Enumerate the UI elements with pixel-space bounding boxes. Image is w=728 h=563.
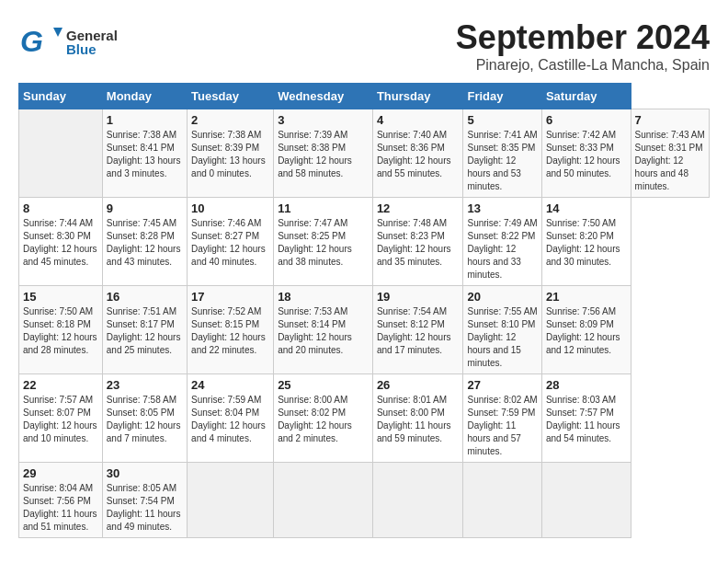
title-block: September 2024 Pinarejo, Castille-La Man… xyxy=(456,18,710,74)
calendar-cell: 9Sunrise: 7:45 AMSunset: 8:28 PMDaylight… xyxy=(102,198,187,286)
header-cell-friday: Friday xyxy=(463,84,541,109)
calendar-cell: 25Sunrise: 8:00 AMSunset: 8:02 PMDayligh… xyxy=(274,374,373,463)
calendar-cell: 21Sunrise: 7:56 AMSunset: 8:09 PMDayligh… xyxy=(541,286,631,374)
calendar-cell: 30Sunrise: 8:05 AMSunset: 7:54 PMDayligh… xyxy=(102,463,187,538)
day-number: 30 xyxy=(107,466,183,480)
calendar-table: SundayMondayTuesdayWednesdayThursdayFrid… xyxy=(18,83,710,538)
calendar-cell: 12Sunrise: 7:48 AMSunset: 8:23 PMDayligh… xyxy=(372,198,463,286)
day-number: 14 xyxy=(546,201,627,215)
header-cell-saturday: Saturday xyxy=(541,84,631,109)
day-info: Sunrise: 7:56 AMSunset: 8:09 PMDaylight:… xyxy=(546,305,627,357)
week-row-4: 22Sunrise: 7:57 AMSunset: 8:07 PMDayligh… xyxy=(19,374,710,463)
week-row-5: 29Sunrise: 8:04 AMSunset: 7:56 PMDayligh… xyxy=(19,463,710,538)
day-info: Sunrise: 7:38 AMSunset: 8:39 PMDaylight:… xyxy=(191,129,269,180)
day-number: 29 xyxy=(23,466,98,480)
day-number: 10 xyxy=(191,201,269,215)
header-cell-thursday: Thursday xyxy=(372,84,463,109)
day-info: Sunrise: 7:41 AMSunset: 8:35 PMDaylight:… xyxy=(467,129,537,193)
calendar-body: 1Sunrise: 7:38 AMSunset: 8:41 PMDaylight… xyxy=(19,109,710,538)
calendar-cell: 13Sunrise: 7:49 AMSunset: 8:22 PMDayligh… xyxy=(463,198,541,286)
day-number: 21 xyxy=(546,290,627,304)
calendar-header: SundayMondayTuesdayWednesdayThursdayFrid… xyxy=(19,84,710,109)
svg-marker-1 xyxy=(53,28,63,37)
day-info: Sunrise: 7:42 AMSunset: 8:33 PMDaylight:… xyxy=(546,129,627,180)
day-number: 23 xyxy=(107,378,183,392)
header-cell-sunday: Sunday xyxy=(19,84,103,109)
calendar-cell: 19Sunrise: 7:54 AMSunset: 8:12 PMDayligh… xyxy=(372,286,463,374)
calendar-cell: 20Sunrise: 7:55 AMSunset: 8:10 PMDayligh… xyxy=(463,286,541,374)
day-number: 12 xyxy=(377,201,460,215)
day-info: Sunrise: 7:58 AMSunset: 8:05 PMDaylight:… xyxy=(107,394,183,445)
calendar-cell: 7Sunrise: 7:43 AMSunset: 8:31 PMDaylight… xyxy=(631,109,709,198)
day-info: Sunrise: 7:55 AMSunset: 8:10 PMDaylight:… xyxy=(467,305,537,370)
day-number: 1 xyxy=(107,113,183,127)
day-info: Sunrise: 7:44 AMSunset: 8:30 PMDaylight:… xyxy=(23,217,98,269)
calendar-cell xyxy=(188,463,274,538)
day-info: Sunrise: 7:53 AMSunset: 8:14 PMDaylight:… xyxy=(278,305,369,357)
page-header: G General Blue September 2024 Pinarejo, … xyxy=(18,18,710,74)
header-row: SundayMondayTuesdayWednesdayThursdayFrid… xyxy=(19,84,710,109)
day-number: 18 xyxy=(278,290,369,304)
calendar-cell: 1Sunrise: 7:38 AMSunset: 8:41 PMDaylight… xyxy=(102,109,187,198)
day-info: Sunrise: 7:40 AMSunset: 8:36 PMDaylight:… xyxy=(377,129,460,180)
day-number: 3 xyxy=(278,113,369,127)
calendar-cell: 29Sunrise: 8:04 AMSunset: 7:56 PMDayligh… xyxy=(19,463,103,538)
day-number: 28 xyxy=(546,378,627,392)
week-row-3: 15Sunrise: 7:50 AMSunset: 8:18 PMDayligh… xyxy=(19,286,710,374)
day-number: 24 xyxy=(191,378,269,392)
day-number: 7 xyxy=(635,113,705,127)
week-row-1: 1Sunrise: 7:38 AMSunset: 8:41 PMDaylight… xyxy=(19,109,710,198)
day-number: 26 xyxy=(377,378,460,392)
page-title: September 2024 xyxy=(456,18,710,57)
day-info: Sunrise: 8:05 AMSunset: 7:54 PMDaylight:… xyxy=(107,482,183,534)
calendar-cell: 8Sunrise: 7:44 AMSunset: 8:30 PMDaylight… xyxy=(19,198,103,286)
day-info: Sunrise: 8:02 AMSunset: 7:59 PMDaylight:… xyxy=(467,394,537,458)
week-row-2: 8Sunrise: 7:44 AMSunset: 8:30 PMDaylight… xyxy=(19,198,710,286)
day-info: Sunrise: 7:43 AMSunset: 8:31 PMDaylight:… xyxy=(635,129,705,193)
day-info: Sunrise: 8:01 AMSunset: 8:00 PMDaylight:… xyxy=(377,394,460,445)
day-info: Sunrise: 7:45 AMSunset: 8:28 PMDaylight:… xyxy=(107,217,183,269)
calendar-cell: 4Sunrise: 7:40 AMSunset: 8:36 PMDaylight… xyxy=(372,109,463,198)
page-subtitle: Pinarejo, Castille-La Mancha, Spain xyxy=(456,57,710,74)
day-info: Sunrise: 7:57 AMSunset: 8:07 PMDaylight:… xyxy=(23,394,98,445)
day-info: Sunrise: 7:50 AMSunset: 8:20 PMDaylight:… xyxy=(546,217,627,269)
header-cell-monday: Monday xyxy=(102,84,187,109)
calendar-cell xyxy=(372,463,463,538)
day-number: 25 xyxy=(278,378,369,392)
day-info: Sunrise: 7:54 AMSunset: 8:12 PMDaylight:… xyxy=(377,305,460,357)
day-info: Sunrise: 7:50 AMSunset: 8:18 PMDaylight:… xyxy=(23,305,98,357)
day-number: 27 xyxy=(467,378,537,392)
day-info: Sunrise: 8:00 AMSunset: 8:02 PMDaylight:… xyxy=(278,394,369,445)
logo-label: General Blue xyxy=(66,29,118,56)
calendar-cell: 6Sunrise: 7:42 AMSunset: 8:33 PMDaylight… xyxy=(541,109,631,198)
header-cell-wednesday: Wednesday xyxy=(274,84,373,109)
logo-blue-text: Blue xyxy=(66,42,118,56)
calendar-cell: 16Sunrise: 7:51 AMSunset: 8:17 PMDayligh… xyxy=(102,286,187,374)
day-info: Sunrise: 7:51 AMSunset: 8:17 PMDaylight:… xyxy=(107,305,183,357)
calendar-cell: 3Sunrise: 7:39 AMSunset: 8:38 PMDaylight… xyxy=(274,109,373,198)
svg-text:G: G xyxy=(20,25,43,58)
day-number: 17 xyxy=(191,290,269,304)
day-info: Sunrise: 7:47 AMSunset: 8:25 PMDaylight:… xyxy=(278,217,369,269)
calendar-cell: 15Sunrise: 7:50 AMSunset: 8:18 PMDayligh… xyxy=(19,286,103,374)
day-number: 13 xyxy=(467,201,537,215)
calendar-cell: 26Sunrise: 8:01 AMSunset: 8:00 PMDayligh… xyxy=(372,374,463,463)
day-info: Sunrise: 7:46 AMSunset: 8:27 PMDaylight:… xyxy=(191,217,269,269)
day-info: Sunrise: 7:59 AMSunset: 8:04 PMDaylight:… xyxy=(191,394,269,445)
calendar-cell xyxy=(463,463,541,538)
day-number: 6 xyxy=(546,113,627,127)
calendar-cell: 27Sunrise: 8:02 AMSunset: 7:59 PMDayligh… xyxy=(463,374,541,463)
calendar-cell: 5Sunrise: 7:41 AMSunset: 8:35 PMDaylight… xyxy=(463,109,541,198)
calendar-cell: 18Sunrise: 7:53 AMSunset: 8:14 PMDayligh… xyxy=(274,286,373,374)
day-number: 4 xyxy=(377,113,460,127)
day-number: 19 xyxy=(377,290,460,304)
day-info: Sunrise: 7:49 AMSunset: 8:22 PMDaylight:… xyxy=(467,217,537,282)
calendar-cell: 2Sunrise: 7:38 AMSunset: 8:39 PMDaylight… xyxy=(188,109,274,198)
calendar-cell xyxy=(541,463,631,538)
calendar-cell: 10Sunrise: 7:46 AMSunset: 8:27 PMDayligh… xyxy=(188,198,274,286)
header-cell-tuesday: Tuesday xyxy=(188,84,274,109)
day-info: Sunrise: 8:03 AMSunset: 7:57 PMDaylight:… xyxy=(546,394,627,445)
day-number: 16 xyxy=(107,290,183,304)
calendar-cell xyxy=(274,463,373,538)
day-number: 20 xyxy=(467,290,537,304)
